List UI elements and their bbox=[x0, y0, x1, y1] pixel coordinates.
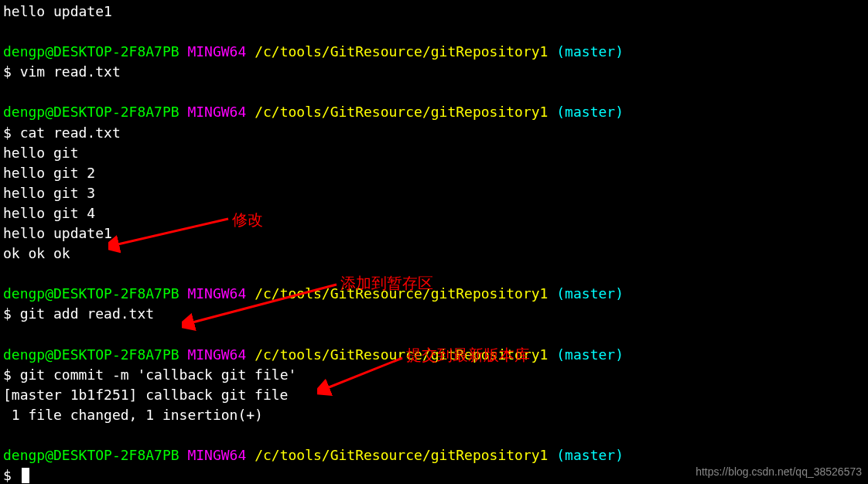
path-text: /c/tools/GitResource/gitRepository1 bbox=[255, 104, 548, 120]
dollar-sign: $ bbox=[3, 366, 20, 383]
dollar-sign: $ bbox=[3, 467, 20, 483]
dollar-sign: $ bbox=[3, 63, 20, 80]
command-line: $ git add read.txt bbox=[3, 304, 865, 324]
blank-line bbox=[3, 22, 865, 42]
host-text: DESKTOP-2F8A7PB bbox=[53, 346, 179, 363]
user-text: dengp bbox=[3, 43, 45, 60]
host-text: DESKTOP-2F8A7PB bbox=[53, 285, 179, 302]
cursor-icon bbox=[22, 468, 29, 483]
command-text: git add read.txt bbox=[20, 305, 154, 322]
at-text: @ bbox=[45, 346, 53, 363]
output-line: hello git 2 bbox=[3, 163, 865, 183]
env-text: MINGW64 bbox=[187, 447, 246, 463]
branch-text: (master) bbox=[556, 447, 624, 463]
watermark-text: https://blog.csdn.net/qq_38526573 bbox=[695, 464, 862, 479]
host-text: DESKTOP-2F8A7PB bbox=[53, 447, 179, 463]
output-line: hello git 4 bbox=[3, 203, 865, 223]
env-text: MINGW64 bbox=[187, 346, 246, 363]
at-text: @ bbox=[45, 285, 53, 302]
command-line: $ vim read.txt bbox=[3, 62, 865, 82]
host-text: DESKTOP-2F8A7PB bbox=[53, 43, 179, 60]
blank-line bbox=[3, 264, 865, 284]
blank-line bbox=[3, 82, 865, 102]
path-text: /c/tools/GitResource/gitRepository1 bbox=[255, 43, 548, 60]
path-text: /c/tools/GitResource/gitRepository1 bbox=[255, 447, 548, 463]
command-line: $ git commit -m 'callback git file' bbox=[3, 365, 865, 385]
user-text: dengp bbox=[3, 104, 45, 120]
output-line: 1 file changed, 1 insertion(+) bbox=[3, 405, 865, 425]
output-line: hello git bbox=[3, 143, 865, 163]
blank-line bbox=[3, 425, 865, 445]
branch-text: (master) bbox=[556, 346, 624, 363]
output-line: hello git 3 bbox=[3, 183, 865, 203]
at-text: @ bbox=[45, 104, 53, 120]
path-text: /c/tools/GitResource/gitRepository1 bbox=[255, 346, 548, 363]
env-text: MINGW64 bbox=[187, 285, 246, 302]
output-line: ok ok ok bbox=[3, 244, 865, 264]
output-line: hello update1 bbox=[3, 223, 865, 244]
user-text: dengp bbox=[3, 447, 45, 463]
output-line: [master 1b1f251] callback git file bbox=[3, 385, 865, 405]
prompt-line: dengp@DESKTOP-2F8A7PB MINGW64 /c/tools/G… bbox=[3, 345, 865, 365]
command-text: git commit -m 'callback git file' bbox=[20, 366, 297, 383]
branch-text: (master) bbox=[556, 43, 624, 60]
branch-text: (master) bbox=[556, 104, 624, 120]
env-text: MINGW64 bbox=[187, 104, 246, 120]
terminal-output[interactable]: hello update1 dengp@DESKTOP-2F8A7PB MING… bbox=[3, 2, 865, 484]
dollar-sign: $ bbox=[3, 305, 20, 322]
command-line: $ cat read.txt bbox=[3, 123, 865, 143]
user-text: dengp bbox=[3, 346, 45, 363]
prompt-line: dengp@DESKTOP-2F8A7PB MINGW64 /c/tools/G… bbox=[3, 102, 865, 122]
host-text: DESKTOP-2F8A7PB bbox=[53, 104, 179, 120]
blank-line bbox=[3, 325, 865, 345]
command-text: cat read.txt bbox=[20, 124, 121, 141]
at-text: @ bbox=[45, 447, 53, 463]
prompt-line: dengp@DESKTOP-2F8A7PB MINGW64 /c/tools/G… bbox=[3, 42, 865, 62]
branch-text: (master) bbox=[556, 285, 624, 302]
path-text: /c/tools/GitResource/gitRepository1 bbox=[255, 285, 548, 302]
user-text: dengp bbox=[3, 285, 45, 302]
env-text: MINGW64 bbox=[187, 43, 246, 60]
at-text: @ bbox=[45, 43, 53, 60]
prompt-line: dengp@DESKTOP-2F8A7PB MINGW64 /c/tools/G… bbox=[3, 445, 865, 465]
dollar-sign: $ bbox=[3, 124, 20, 141]
prompt-line: dengp@DESKTOP-2F8A7PB MINGW64 /c/tools/G… bbox=[3, 284, 865, 304]
output-line: hello update1 bbox=[3, 2, 865, 22]
command-text: vim read.txt bbox=[20, 63, 121, 80]
